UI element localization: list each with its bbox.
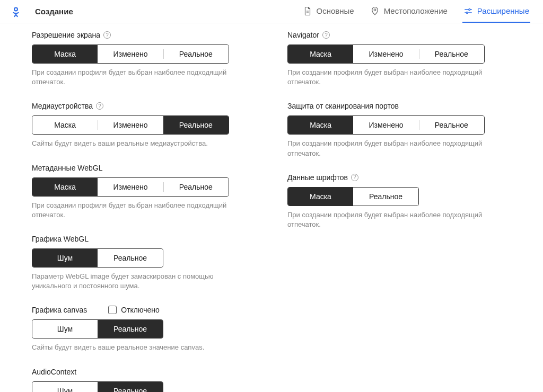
help-icon[interactable]: ? — [96, 102, 103, 110]
section-title: Графика WebGL — [32, 235, 89, 243]
document-icon — [303, 6, 312, 16]
option-changed[interactable]: Изменено — [353, 45, 418, 63]
segmented-control: Маска Реальное — [287, 187, 419, 206]
svg-point-1 — [374, 8, 376, 11]
section-title: Navigator — [287, 31, 319, 39]
help-icon[interactable]: ? — [351, 174, 358, 181]
segmented-control: Маска Изменено Реальное — [32, 115, 229, 135]
section-title: Защита от сканирования портов — [287, 102, 399, 110]
section-title: AudioContext — [32, 368, 76, 376]
header: Создание Основные Местоположение Расшире… — [0, 0, 543, 23]
section-title: Метаданные WebGL — [32, 164, 103, 172]
option-mask[interactable]: Маска — [288, 45, 353, 63]
option-changed[interactable]: Изменено — [98, 178, 163, 196]
section-title: Данные шрифтов — [287, 173, 348, 182]
left-column: Разрешение экрана ? Маска Изменено Реаль… — [32, 31, 256, 392]
section-title: Медиаустройства — [32, 102, 93, 110]
right-column: Navigator ? Маска Изменено Реальное При … — [287, 31, 511, 392]
segmented-control: Шум Реальное — [32, 381, 163, 393]
option-noise[interactable]: Шум — [32, 320, 98, 338]
section-title: Разрешение экрана — [32, 31, 100, 39]
hint-text: При создании профиля будет выбран наибол… — [287, 139, 485, 158]
location-pin-icon — [370, 6, 380, 16]
checkbox-disabled[interactable]: Отключено — [108, 306, 160, 314]
segmented-control: Маска Изменено Реальное — [32, 177, 229, 197]
svg-point-3 — [466, 12, 468, 13]
sliders-icon — [463, 6, 473, 16]
tab-label: Местоположение — [384, 6, 448, 15]
option-real[interactable]: Реальное — [98, 249, 163, 267]
tab-label: Основные — [317, 6, 354, 15]
help-icon[interactable]: ? — [322, 31, 330, 39]
section-canvas-graphics: Графика canvas Отключено Шум Реальное Са… — [32, 306, 256, 352]
page-title: Создание — [35, 7, 73, 16]
option-mask[interactable]: Маска — [288, 188, 353, 206]
tab-main[interactable]: Основные — [302, 0, 355, 23]
section-navigator: Navigator ? Маска Изменено Реальное При … — [287, 31, 511, 87]
option-mask[interactable]: Маска — [288, 116, 353, 134]
section-font-data: Данные шрифтов ? Маска Реальное При созд… — [287, 173, 511, 229]
checkbox-label: Отключено — [121, 306, 160, 314]
segmented-control: Шум Реальное — [32, 248, 163, 268]
option-real[interactable]: Реальное — [419, 116, 484, 134]
option-noise[interactable]: Шум — [32, 249, 98, 267]
tab-location[interactable]: Местоположение — [369, 0, 449, 23]
help-icon[interactable]: ? — [103, 31, 111, 39]
section-audiocontext: AudioContext Шум Реальное — [32, 368, 256, 393]
tabs: Основные Местоположение Расширенные — [302, 0, 530, 23]
checkbox-box — [108, 306, 117, 314]
segmented-control: Шум Реальное — [32, 319, 163, 338]
svg-point-2 — [469, 8, 470, 10]
option-noise[interactable]: Шум — [32, 382, 98, 393]
option-real[interactable]: Реальное — [163, 116, 229, 134]
option-changed[interactable]: Изменено — [353, 116, 418, 134]
section-webgl-metadata: Метаданные WebGL Маска Изменено Реальное… — [32, 164, 256, 220]
option-real[interactable]: Реальное — [353, 188, 418, 206]
option-mask[interactable]: Маска — [32, 116, 98, 134]
section-title: Графика canvas — [32, 306, 87, 314]
app-logo[interactable] — [0, 6, 32, 17]
segmented-control: Маска Изменено Реальное — [32, 44, 229, 64]
option-mask[interactable]: Маска — [32, 45, 98, 63]
svg-point-0 — [14, 7, 17, 11]
option-real[interactable]: Реальное — [419, 45, 484, 63]
section-port-scan-protection: Защита от сканирования портов Маска Изме… — [287, 102, 511, 158]
header-left: Создание — [0, 6, 73, 17]
hint-text: Параметр WebGL image будет замаскирован … — [32, 272, 229, 291]
option-real[interactable]: Реальное — [163, 45, 229, 63]
section-media-devices: Медиаустройства ? Маска Изменено Реально… — [32, 102, 256, 148]
hint-text: При создании профиля будет выбран наибол… — [32, 201, 229, 220]
hint-text: При создании профиля будет выбран наибол… — [287, 68, 485, 87]
option-mask[interactable]: Маска — [32, 178, 98, 196]
hint-text: Сайты будут видеть ваше реальное значени… — [32, 343, 229, 352]
option-real[interactable]: Реальное — [163, 178, 229, 196]
segmented-control: Маска Изменено Реальное — [287, 44, 485, 64]
section-screen-resolution: Разрешение экрана ? Маска Изменено Реаль… — [32, 31, 256, 87]
segmented-control: Маска Изменено Реальное — [287, 115, 485, 135]
hint-text: Сайты будут видеть ваши реальные медиаус… — [32, 139, 229, 148]
hint-text: При создании профиля будет выбран наибол… — [287, 210, 485, 229]
hint-text: При создании профиля будет выбран наибол… — [32, 68, 229, 87]
content: Разрешение экрана ? Маска Изменено Реаль… — [0, 23, 543, 392]
option-changed[interactable]: Изменено — [98, 116, 163, 134]
option-real[interactable]: Реальное — [98, 382, 163, 393]
tab-advanced[interactable]: Расширенные — [462, 0, 530, 23]
option-changed[interactable]: Изменено — [98, 45, 163, 63]
option-real[interactable]: Реальное — [98, 320, 163, 338]
section-webgl-graphics: Графика WebGL Шум Реальное Параметр WebG… — [32, 235, 256, 291]
tab-label: Расширенные — [477, 6, 529, 15]
